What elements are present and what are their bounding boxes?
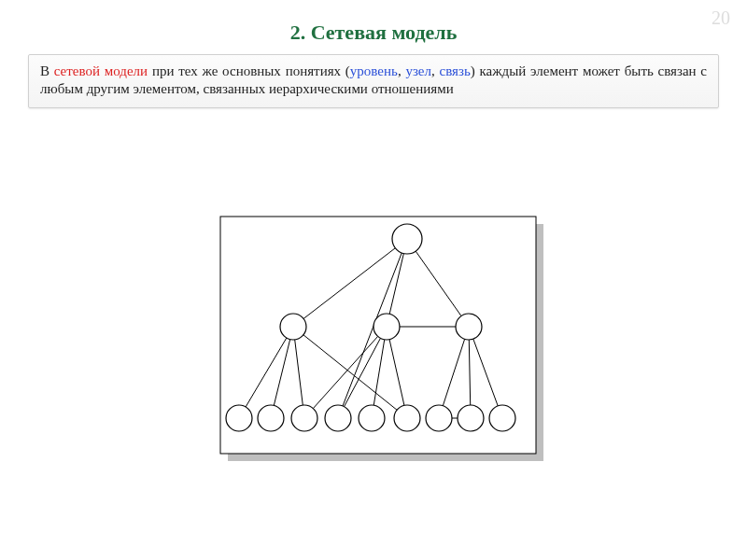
- svg-point-26: [325, 405, 351, 431]
- info-text-blue3: связь: [440, 63, 471, 78]
- svg-point-21: [374, 314, 400, 340]
- page-number: 20: [712, 7, 730, 29]
- svg-point-28: [394, 405, 420, 431]
- info-box: В сетевой модели при тех же основных пон…: [28, 54, 719, 108]
- page-title: 2. Сетевая модель: [0, 21, 747, 45]
- svg-point-19: [392, 224, 422, 254]
- svg-point-22: [456, 314, 482, 340]
- svg-point-23: [226, 405, 252, 431]
- info-text-blue1: уровень: [350, 63, 398, 78]
- svg-point-30: [458, 405, 484, 431]
- svg-point-27: [359, 405, 385, 431]
- svg-point-29: [426, 405, 452, 431]
- svg-point-20: [280, 314, 306, 340]
- info-text-blue2: узел: [405, 63, 431, 78]
- svg-point-25: [291, 405, 317, 431]
- info-text-a: В: [40, 63, 54, 78]
- network-diagram: [207, 211, 564, 482]
- info-sep2: ,: [431, 63, 440, 78]
- info-text-red: сетевой модели: [54, 63, 148, 78]
- svg-point-24: [258, 405, 284, 431]
- info-text-b: при тех же основных понятиях (: [148, 63, 350, 78]
- svg-point-31: [489, 405, 515, 431]
